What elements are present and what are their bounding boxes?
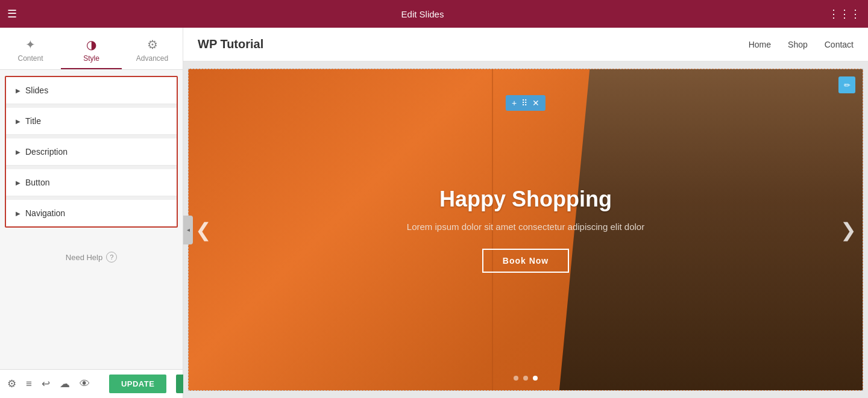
floating-toolbar: + ⠿ ✕ xyxy=(506,95,546,111)
menu-icon[interactable]: ☰ xyxy=(7,7,17,20)
help-icon[interactable]: ? xyxy=(106,252,117,263)
slider-dot-1[interactable] xyxy=(514,376,518,381)
nav-links: Home Shop Contact xyxy=(749,40,854,49)
nav-bar: WP Tutorial Home Shop Contact xyxy=(183,28,868,61)
slider-container: Happy Shopping Lorem ipsum dolor sit ame… xyxy=(188,69,863,391)
accordion-header-title[interactable]: ▶ Title xyxy=(6,108,177,134)
accordion-label-title: Title xyxy=(25,116,41,126)
slide-heading: Happy Shopping xyxy=(407,187,644,212)
slider-right-arrow[interactable]: ❯ xyxy=(836,218,860,242)
accordion-header-navigation[interactable]: ▶ Navigation xyxy=(6,200,177,226)
top-bar: ☰ Edit Slides ⋮⋮⋮ xyxy=(0,0,868,28)
site-title: WP Tutorial xyxy=(198,37,749,51)
chevron-icon-title: ▶ xyxy=(16,118,20,125)
tab-advanced[interactable]: ⚙ Advanced xyxy=(122,28,183,69)
help-area: Need Help ? xyxy=(0,234,183,369)
floating-add-button[interactable]: + xyxy=(512,98,517,108)
floating-move-button[interactable]: ⠿ xyxy=(521,98,527,108)
canvas-area: + ⠿ ✕ Happy Shopping Lorem ipsum dolor s… xyxy=(183,61,868,398)
slider-dot-3[interactable] xyxy=(533,376,538,381)
accordion-wrapper: ▶ Slides ▶ Title ▶ Description xyxy=(5,76,178,228)
accordion-label-slides: Slides xyxy=(25,86,48,95)
nav-link-home[interactable]: Home xyxy=(749,40,771,49)
accordion-header-description[interactable]: ▶ Description xyxy=(6,138,177,165)
chevron-icon-description: ▶ xyxy=(16,149,20,155)
chevron-icon-navigation: ▶ xyxy=(16,210,20,217)
chevron-icon-button: ▶ xyxy=(16,179,20,186)
need-help-text: Need Help xyxy=(66,253,102,262)
cloud-icon[interactable]: ☁ xyxy=(60,378,70,390)
main-layout: ✦ Content ◑ Style ⚙ Advanced ▶ Slides xyxy=(0,28,868,398)
tabs-row: ✦ Content ◑ Style ⚙ Advanced xyxy=(0,28,183,70)
edit-corner-icon[interactable]: ✏ xyxy=(838,76,855,93)
left-panel: ✦ Content ◑ Style ⚙ Advanced ▶ Slides xyxy=(0,28,183,398)
style-tab-icon: ◑ xyxy=(86,37,96,52)
slide-content: Happy Shopping Lorem ipsum dolor sit ame… xyxy=(407,187,644,273)
settings-icon[interactable]: ⚙ xyxy=(7,378,16,390)
tab-content[interactable]: ✦ Content xyxy=(0,28,61,69)
update-button[interactable]: UPDATE xyxy=(109,375,166,393)
slide-book-now-button[interactable]: Book Now xyxy=(482,249,569,273)
accordion-label-navigation: Navigation xyxy=(25,208,65,218)
preview-icon[interactable]: 👁 xyxy=(80,378,90,390)
content-tab-icon: ✦ xyxy=(25,37,36,52)
bottom-toolbar: ⚙ ≡ ↩ ☁ 👁 UPDATE ▲ xyxy=(0,369,183,398)
slider-dot-2[interactable] xyxy=(523,376,528,381)
accordion-label-description: Description xyxy=(25,147,68,157)
advanced-tab-icon: ⚙ xyxy=(147,37,158,52)
content-tab-label: Content xyxy=(17,54,43,63)
slider-left-arrow[interactable]: ❮ xyxy=(191,218,215,242)
advanced-tab-label: Advanced xyxy=(136,54,168,63)
layers-icon[interactable]: ≡ xyxy=(26,378,32,390)
nav-link-shop[interactable]: Shop xyxy=(788,40,808,49)
tab-style[interactable]: ◑ Style xyxy=(61,28,122,69)
style-tab-label: Style xyxy=(83,54,99,63)
slide-subtext: Lorem ipsum dolor sit amet consectetur a… xyxy=(407,222,644,232)
right-content: WP Tutorial Home Shop Contact + ⠿ ✕ xyxy=(183,28,868,398)
collapse-arrow-icon: ◂ xyxy=(187,226,190,233)
accordion-item-navigation: ▶ Navigation xyxy=(6,200,177,226)
floating-close-button[interactable]: ✕ xyxy=(532,98,539,108)
accordion-item-title: ▶ Title xyxy=(6,108,177,135)
collapse-handle[interactable]: ◂ xyxy=(183,216,193,244)
grid-icon[interactable]: ⋮⋮⋮ xyxy=(828,7,861,20)
accordion-header-slides[interactable]: ▶ Slides xyxy=(6,77,177,104)
accordion-item-slides: ▶ Slides xyxy=(6,77,177,104)
nav-link-contact[interactable]: Contact xyxy=(825,40,854,49)
accordion-item-button: ▶ Button xyxy=(6,169,177,196)
accordion-label-button: Button xyxy=(25,178,49,187)
top-bar-title: Edit Slides xyxy=(17,9,828,19)
slider-dots xyxy=(514,376,538,381)
accordion-header-button[interactable]: ▶ Button xyxy=(6,169,177,196)
accordion-item-description: ▶ Description xyxy=(6,138,177,166)
chevron-icon-slides: ▶ xyxy=(16,87,20,94)
need-help[interactable]: Need Help ? xyxy=(66,252,117,263)
history-icon[interactable]: ↩ xyxy=(42,378,50,390)
